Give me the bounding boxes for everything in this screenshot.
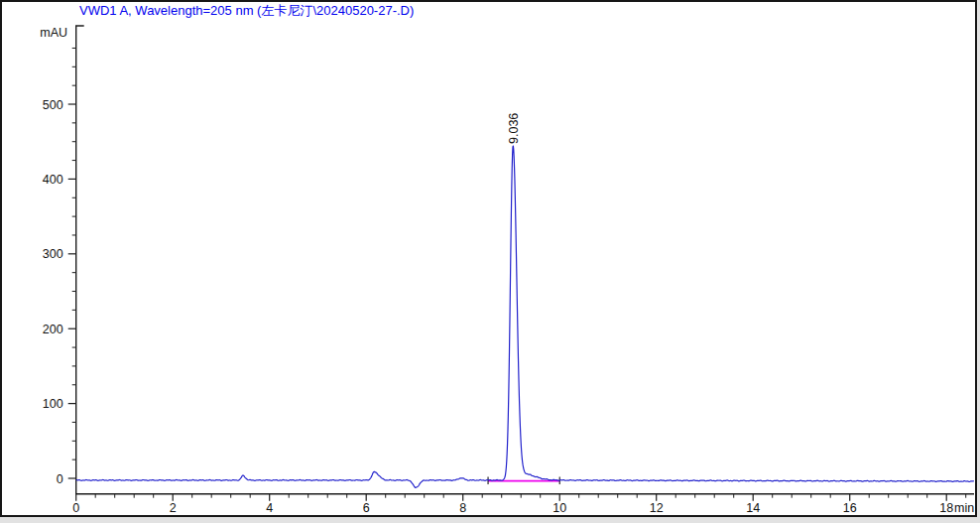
y-axis-unit-label: mAU	[40, 26, 67, 40]
x-tick-label: 4	[266, 501, 273, 515]
y-tick-label: 100	[43, 397, 63, 411]
y-tick-label: 400	[43, 173, 63, 187]
x-tick-label: 2	[170, 501, 177, 515]
x-tick-label: 6	[363, 501, 370, 515]
chromatogram-plot: VWD1 A, Wavelength=205 nm (左卡尼汀\20240520…	[0, 0, 980, 523]
signal-title: VWD1 A, Wavelength=205 nm (左卡尼汀\20240520…	[79, 3, 414, 18]
y-tick-label: 500	[43, 98, 63, 112]
x-tick-label: 10	[552, 501, 566, 515]
axis-spine	[76, 26, 974, 494]
x-tick-label: 8	[459, 501, 466, 515]
x-tick-label: 12	[650, 501, 664, 515]
x-tick-label: 14	[746, 501, 760, 515]
y-tick-label: 200	[43, 323, 63, 336]
chromatogram-trace	[76, 146, 974, 487]
signal-trace-layer	[76, 146, 974, 487]
x-axis-unit-label: min	[954, 501, 974, 515]
x-tick-label: 0	[72, 501, 79, 515]
x-tick-label: 18	[939, 501, 953, 515]
y-tick-label: 300	[43, 247, 63, 261]
y-tick-label: 0	[57, 472, 63, 486]
axes: 0100200300400500024681012141618	[43, 26, 974, 515]
peak-retention-time-label: 9.036	[507, 113, 521, 144]
x-tick-label: 16	[843, 501, 857, 515]
